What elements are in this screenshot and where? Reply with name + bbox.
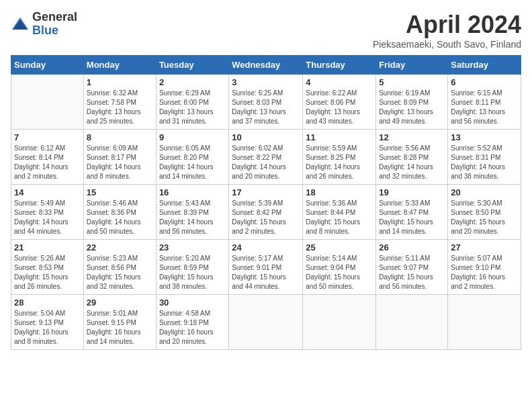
calendar-cell: 26Sunrise: 5:11 AMSunset: 9:07 PMDayligh… <box>376 240 448 295</box>
day-info: Sunrise: 5:59 AMSunset: 8:25 PMDaylight:… <box>306 144 373 181</box>
calendar-cell: 24Sunrise: 5:17 AMSunset: 9:01 PMDayligh… <box>229 240 303 295</box>
calendar-cell <box>229 295 303 350</box>
day-info: Sunrise: 5:56 AMSunset: 8:28 PMDaylight:… <box>379 144 445 181</box>
day-number: 13 <box>451 132 518 142</box>
day-info: Sunrise: 5:43 AMSunset: 8:39 PMDaylight:… <box>159 199 226 236</box>
calendar-cell: 28Sunrise: 5:04 AMSunset: 9:13 PMDayligh… <box>11 295 84 350</box>
month-year: April 2024 <box>373 11 521 39</box>
day-number: 25 <box>306 242 373 253</box>
calendar-cell: 1Sunrise: 6:32 AMSunset: 7:58 PMDaylight… <box>83 75 156 130</box>
day-number: 17 <box>232 187 300 197</box>
calendar-cell <box>303 295 376 350</box>
day-info: Sunrise: 5:14 AMSunset: 9:04 PMDaylight:… <box>306 254 373 291</box>
calendar-cell: 25Sunrise: 5:14 AMSunset: 9:04 PMDayligh… <box>303 240 376 295</box>
day-info: Sunrise: 5:07 AMSunset: 9:10 PMDaylight:… <box>451 254 518 291</box>
day-number: 27 <box>451 242 518 253</box>
calendar-cell: 30Sunrise: 4:58 AMSunset: 9:18 PMDayligh… <box>156 295 228 350</box>
day-info: Sunrise: 6:29 AMSunset: 8:00 PMDaylight:… <box>159 89 226 126</box>
calendar-cell <box>376 295 448 350</box>
day-info: Sunrise: 5:01 AMSunset: 9:15 PMDaylight:… <box>87 309 153 347</box>
day-number: 24 <box>232 242 300 253</box>
day-info: Sunrise: 5:20 AMSunset: 8:59 PMDaylight:… <box>159 254 226 291</box>
calendar-header-saturday: Saturday <box>448 56 521 75</box>
calendar-cell: 3Sunrise: 6:25 AMSunset: 8:03 PMDaylight… <box>229 75 303 130</box>
calendar-cell: 16Sunrise: 5:43 AMSunset: 8:39 PMDayligh… <box>156 185 228 240</box>
calendar-cell <box>448 295 521 350</box>
calendar-week-row: 28Sunrise: 5:04 AMSunset: 9:13 PMDayligh… <box>11 295 521 350</box>
calendar-cell: 10Sunrise: 6:02 AMSunset: 8:22 PMDayligh… <box>229 130 303 185</box>
day-number: 22 <box>87 242 153 253</box>
day-info: Sunrise: 5:30 AMSunset: 8:50 PMDaylight:… <box>451 199 518 236</box>
day-info: Sunrise: 6:25 AMSunset: 8:03 PMDaylight:… <box>232 89 300 126</box>
title-block: April 2024 Pieksaemaeki, South Savo, Fin… <box>373 11 521 50</box>
day-number: 7 <box>14 132 81 142</box>
day-info: Sunrise: 4:58 AMSunset: 9:18 PMDaylight:… <box>159 309 226 347</box>
calendar-cell: 7Sunrise: 6:12 AMSunset: 8:14 PMDaylight… <box>11 130 84 185</box>
calendar-cell: 8Sunrise: 6:09 AMSunset: 8:17 PMDaylight… <box>83 130 156 185</box>
calendar-cell: 17Sunrise: 5:39 AMSunset: 8:42 PMDayligh… <box>229 185 303 240</box>
calendar-cell: 29Sunrise: 5:01 AMSunset: 9:15 PMDayligh… <box>83 295 156 350</box>
calendar-cell: 6Sunrise: 6:15 AMSunset: 8:11 PMDaylight… <box>448 75 521 130</box>
calendar-cell: 21Sunrise: 5:26 AMSunset: 8:53 PMDayligh… <box>11 240 84 295</box>
calendar-cell: 14Sunrise: 5:49 AMSunset: 8:33 PMDayligh… <box>11 185 84 240</box>
calendar-week-row: 14Sunrise: 5:49 AMSunset: 8:33 PMDayligh… <box>11 185 521 240</box>
day-number: 5 <box>379 77 445 87</box>
calendar-cell: 18Sunrise: 5:36 AMSunset: 8:44 PMDayligh… <box>303 185 376 240</box>
calendar-week-row: 21Sunrise: 5:26 AMSunset: 8:53 PMDayligh… <box>11 240 521 295</box>
day-number: 20 <box>451 187 518 197</box>
day-info: Sunrise: 6:22 AMSunset: 8:06 PMDaylight:… <box>306 89 373 126</box>
day-number: 28 <box>14 298 81 308</box>
calendar-cell: 20Sunrise: 5:30 AMSunset: 8:50 PMDayligh… <box>448 185 521 240</box>
calendar-cell: 13Sunrise: 5:52 AMSunset: 8:31 PMDayligh… <box>448 130 521 185</box>
day-info: Sunrise: 5:52 AMSunset: 8:31 PMDaylight:… <box>451 144 518 181</box>
day-info: Sunrise: 5:36 AMSunset: 8:44 PMDaylight:… <box>306 199 373 236</box>
calendar-cell: 22Sunrise: 5:23 AMSunset: 8:56 PMDayligh… <box>83 240 156 295</box>
calendar-header-thursday: Thursday <box>303 56 376 75</box>
day-info: Sunrise: 5:49 AMSunset: 8:33 PMDaylight:… <box>14 199 81 236</box>
calendar-cell: 15Sunrise: 5:46 AMSunset: 8:36 PMDayligh… <box>83 185 156 240</box>
day-number: 12 <box>379 132 445 142</box>
day-info: Sunrise: 6:32 AMSunset: 7:58 PMDaylight:… <box>87 89 153 126</box>
calendar-cell: 23Sunrise: 5:20 AMSunset: 8:59 PMDayligh… <box>156 240 228 295</box>
day-number: 4 <box>306 77 373 87</box>
calendar-header-wednesday: Wednesday <box>229 56 303 75</box>
day-number: 6 <box>451 77 518 87</box>
day-info: Sunrise: 5:39 AMSunset: 8:42 PMDaylight:… <box>232 199 300 236</box>
day-number: 1 <box>87 77 153 87</box>
day-info: Sunrise: 6:02 AMSunset: 8:22 PMDaylight:… <box>232 144 300 181</box>
day-number: 16 <box>159 187 226 197</box>
day-info: Sunrise: 5:33 AMSunset: 8:47 PMDaylight:… <box>379 199 445 236</box>
calendar-header-friday: Friday <box>376 56 448 75</box>
day-info: Sunrise: 5:26 AMSunset: 8:53 PMDaylight:… <box>14 254 81 291</box>
calendar-cell: 4Sunrise: 6:22 AMSunset: 8:06 PMDaylight… <box>303 75 376 130</box>
day-number: 11 <box>306 132 373 142</box>
day-info: Sunrise: 6:15 AMSunset: 8:11 PMDaylight:… <box>451 89 518 126</box>
logo-blue: Blue <box>32 24 77 38</box>
calendar-cell: 11Sunrise: 5:59 AMSunset: 8:25 PMDayligh… <box>303 130 376 185</box>
day-number: 19 <box>379 187 445 197</box>
day-number: 23 <box>159 242 226 253</box>
day-number: 9 <box>159 132 226 142</box>
day-number: 21 <box>14 242 81 253</box>
calendar-cell: 5Sunrise: 6:19 AMSunset: 8:09 PMDaylight… <box>376 75 448 130</box>
day-info: Sunrise: 5:23 AMSunset: 8:56 PMDaylight:… <box>87 254 153 291</box>
calendar-table: SundayMondayTuesdayWednesdayThursdayFrid… <box>11 55 521 350</box>
calendar-cell: 9Sunrise: 6:05 AMSunset: 8:20 PMDaylight… <box>156 130 228 185</box>
calendar-cell: 27Sunrise: 5:07 AMSunset: 9:10 PMDayligh… <box>448 240 521 295</box>
logo: General Blue <box>11 11 77 38</box>
day-info: Sunrise: 5:11 AMSunset: 9:07 PMDaylight:… <box>379 254 445 291</box>
day-info: Sunrise: 5:17 AMSunset: 9:01 PMDaylight:… <box>232 254 300 291</box>
day-number: 2 <box>159 77 226 87</box>
logo-general: General <box>32 11 77 24</box>
calendar-cell: 2Sunrise: 6:29 AMSunset: 8:00 PMDaylight… <box>156 75 228 130</box>
calendar-cell: 12Sunrise: 5:56 AMSunset: 8:28 PMDayligh… <box>376 130 448 185</box>
day-number: 29 <box>87 298 153 308</box>
calendar-week-row: 1Sunrise: 6:32 AMSunset: 7:58 PMDaylight… <box>11 75 521 130</box>
page-header: General Blue April 2024 Pieksaemaeki, So… <box>11 11 521 50</box>
day-number: 8 <box>87 132 153 142</box>
calendar-week-row: 7Sunrise: 6:12 AMSunset: 8:14 PMDaylight… <box>11 130 521 185</box>
day-info: Sunrise: 6:19 AMSunset: 8:09 PMDaylight:… <box>379 89 445 126</box>
calendar-cell <box>11 75 84 130</box>
day-info: Sunrise: 6:09 AMSunset: 8:17 PMDaylight:… <box>87 144 153 181</box>
day-info: Sunrise: 5:04 AMSunset: 9:13 PMDaylight:… <box>14 309 81 347</box>
